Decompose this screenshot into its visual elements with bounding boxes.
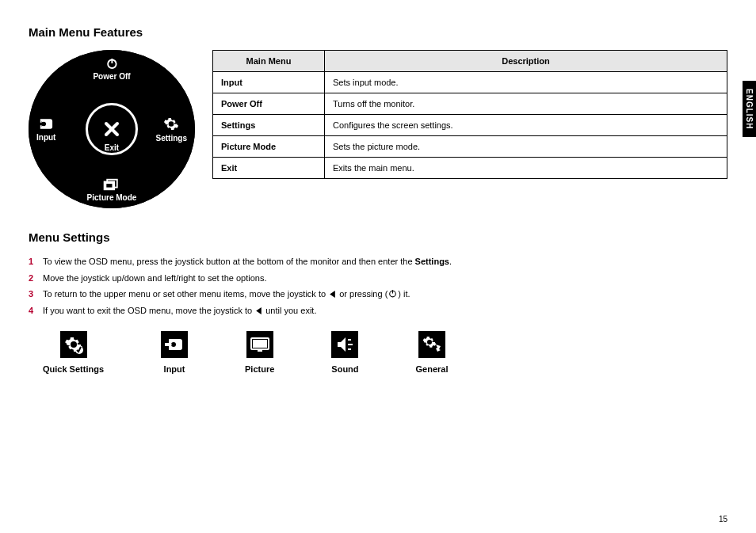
quick-settings-icon bbox=[60, 331, 87, 358]
table-row-desc: Sets the picture mode. bbox=[325, 136, 727, 158]
step-item: 4If you want to exit the OSD menu, move … bbox=[29, 304, 727, 318]
settings-icon-item: General bbox=[416, 331, 449, 374]
settings-icon-caption: Input bbox=[164, 364, 185, 374]
step-text: To view the OSD menu, press the joystick… bbox=[43, 255, 452, 268]
input-icon bbox=[37, 117, 55, 131]
table-row: Picture ModeSets the picture mode. bbox=[213, 136, 727, 158]
table-row-desc: Turns off the monitor. bbox=[325, 93, 727, 115]
svg-point-6 bbox=[170, 122, 174, 126]
settings-icon-item: Quick Settings bbox=[43, 331, 104, 374]
step-item: 1To view the OSD menu, press the joystic… bbox=[29, 255, 727, 268]
joystick-dial: Power Off Picture Mode bbox=[29, 50, 195, 208]
table-row-desc: Configures the screen settings. bbox=[325, 115, 727, 136]
table-row-name: Exit bbox=[213, 158, 325, 179]
table-row-name: Settings bbox=[213, 115, 325, 136]
general-icon bbox=[418, 331, 445, 358]
step-item: 2Move the joystick up/down and left/righ… bbox=[29, 272, 727, 285]
steps-list: 1To view the OSD menu, press the joystic… bbox=[29, 255, 727, 317]
svg-rect-15 bbox=[254, 341, 266, 347]
table-row-name: Picture Mode bbox=[213, 136, 325, 158]
dial-bottom-label: Picture Mode bbox=[87, 193, 137, 202]
table-row-desc: Sets input mode. bbox=[325, 72, 727, 93]
table-row: ExitExits the main menu. bbox=[213, 158, 727, 179]
step-number: 1 bbox=[29, 255, 36, 268]
svg-point-11 bbox=[71, 342, 76, 347]
dial-top-label: Power Off bbox=[93, 72, 130, 81]
step-number: 2 bbox=[29, 272, 36, 285]
sound-icon bbox=[331, 331, 358, 358]
settings-icon-caption: Quick Settings bbox=[43, 364, 104, 374]
svg-rect-4 bbox=[106, 183, 113, 188]
step-item: 3To return to the upper menu or set othe… bbox=[29, 287, 727, 301]
main-menu-table: Main Menu Description InputSets input mo… bbox=[212, 50, 727, 179]
close-icon bbox=[102, 120, 121, 139]
table-row-name: Input bbox=[213, 72, 325, 93]
page-number: 15 bbox=[719, 515, 727, 523]
menu-settings-heading: Menu Settings bbox=[29, 230, 727, 244]
settings-icon-item: Input bbox=[161, 331, 188, 374]
table-row-name: Power Off bbox=[213, 93, 325, 115]
table-row: Power OffTurns off the monitor. bbox=[213, 93, 727, 115]
step-number: 3 bbox=[29, 287, 36, 301]
main-menu-features-heading: Main Menu Features bbox=[29, 25, 727, 39]
table-header-description: Description bbox=[325, 51, 727, 72]
step-text: Move the joystick up/down and left/right… bbox=[43, 272, 267, 285]
dial-center-label: Exit bbox=[105, 143, 119, 152]
table-row: SettingsConfigures the screen settings. bbox=[213, 115, 727, 136]
step-text: To return to the upper menu or set other… bbox=[43, 287, 410, 301]
step-number: 4 bbox=[29, 304, 36, 318]
gear-icon bbox=[163, 116, 179, 132]
picture-mode-icon bbox=[103, 177, 120, 192]
settings-icon-row: Quick SettingsInputPictureSoundGeneral bbox=[43, 331, 727, 374]
table-row: InputSets input mode. bbox=[213, 72, 727, 93]
table-header-main-menu: Main Menu bbox=[213, 51, 325, 72]
picture-icon bbox=[246, 331, 273, 358]
dial-left-label: Input bbox=[36, 133, 55, 142]
settings-icon-caption: General bbox=[416, 364, 449, 374]
settings-icon-caption: Sound bbox=[331, 364, 358, 374]
settings-icon-item: Sound bbox=[331, 331, 358, 374]
table-row-desc: Exits the main menu. bbox=[325, 158, 727, 179]
dial-right-label: Settings bbox=[156, 134, 187, 143]
settings-icon-caption: Picture bbox=[245, 364, 274, 374]
power-icon bbox=[105, 56, 119, 70]
input-icon bbox=[161, 331, 188, 358]
settings-icon-item: Picture bbox=[245, 331, 274, 374]
step-text: If you want to exit the OSD menu, move t… bbox=[43, 304, 316, 318]
